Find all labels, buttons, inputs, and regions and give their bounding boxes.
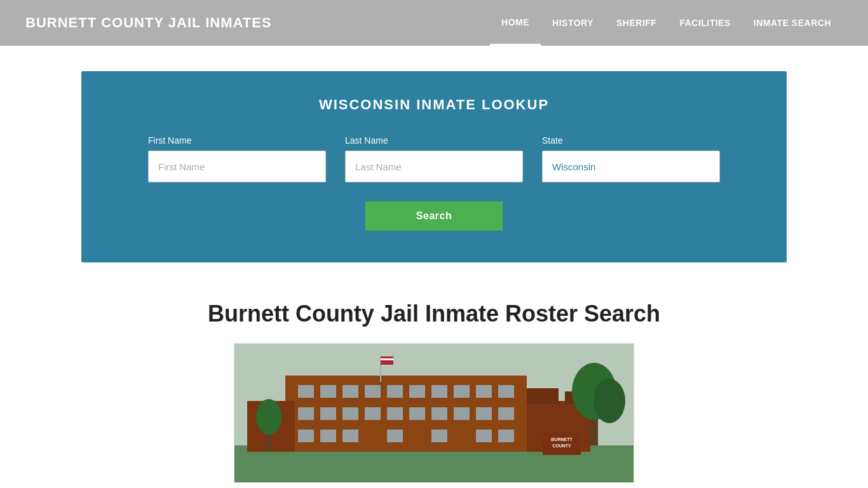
svg-point-45 [256, 399, 281, 435]
state-group: State [542, 135, 720, 182]
svg-rect-11 [476, 385, 492, 398]
search-section: WISCONSIN INMATE LOOKUP First Name Last … [81, 71, 787, 262]
svg-rect-7 [387, 385, 403, 398]
search-btn-row: Search [113, 201, 755, 231]
svg-text:BURNETT: BURNETT [551, 437, 573, 442]
svg-rect-18 [409, 407, 425, 420]
svg-rect-4 [320, 385, 336, 398]
svg-rect-12 [498, 385, 514, 398]
svg-rect-32 [527, 388, 559, 404]
svg-rect-29 [498, 430, 514, 442]
last-name-group: Last Name [345, 135, 523, 182]
last-name-label: Last Name [345, 135, 523, 146]
site-title: BURNETT COUNTY JAIL INMATES [25, 15, 272, 31]
state-input[interactable] [542, 151, 720, 182]
main-content: Burnett County Jail Inmate Roster Search [0, 288, 868, 483]
svg-rect-36 [381, 358, 393, 360]
svg-rect-16 [365, 407, 381, 420]
search-button[interactable]: Search [365, 201, 503, 231]
svg-rect-8 [409, 385, 425, 398]
svg-rect-37 [381, 361, 393, 363]
svg-rect-35 [381, 356, 393, 365]
svg-rect-13 [298, 407, 314, 420]
svg-rect-3 [298, 385, 314, 398]
state-label: State [542, 135, 720, 146]
nav-inmate-search[interactable]: INMATE SEARCH [742, 0, 843, 46]
first-name-label: First Name [148, 135, 326, 146]
first-name-group: First Name [148, 135, 326, 182]
header: BURNETT COUNTY JAIL INMATES HOME HISTORY… [0, 0, 868, 46]
svg-text:COUNTY: COUNTY [552, 444, 571, 448]
svg-rect-21 [476, 407, 492, 420]
building-illustration: BURNETT COUNTY [234, 344, 634, 483]
main-nav: HOME HISTORY SHERIFF FACILITIES INMATE S… [490, 0, 843, 46]
nav-history[interactable]: HISTORY [541, 0, 605, 46]
svg-rect-20 [454, 407, 470, 420]
svg-rect-27 [431, 430, 447, 442]
svg-rect-23 [298, 430, 314, 442]
nav-facilities[interactable]: FACILITIES [668, 0, 742, 46]
building-image: BURNETT COUNTY [234, 343, 634, 483]
svg-point-40 [593, 379, 625, 423]
svg-rect-17 [387, 407, 403, 420]
svg-rect-6 [365, 385, 381, 398]
svg-rect-15 [342, 407, 358, 420]
svg-rect-14 [320, 407, 336, 420]
svg-rect-28 [476, 430, 492, 442]
svg-rect-25 [342, 430, 358, 442]
search-section-title: WISCONSIN INMATE LOOKUP [113, 97, 755, 113]
nav-home[interactable]: HOME [490, 0, 541, 46]
svg-rect-22 [498, 407, 514, 420]
roster-title: Burnett County Jail Inmate Roster Search [25, 301, 843, 327]
search-fields: First Name Last Name State [113, 135, 755, 182]
svg-rect-19 [431, 407, 447, 420]
nav-sheriff[interactable]: SHERIFF [605, 0, 668, 46]
svg-rect-10 [454, 385, 470, 398]
svg-rect-24 [320, 430, 336, 442]
first-name-input[interactable] [148, 151, 326, 182]
last-name-input[interactable] [345, 151, 523, 182]
svg-rect-9 [431, 385, 447, 398]
svg-rect-5 [342, 385, 358, 398]
svg-rect-26 [387, 430, 403, 442]
